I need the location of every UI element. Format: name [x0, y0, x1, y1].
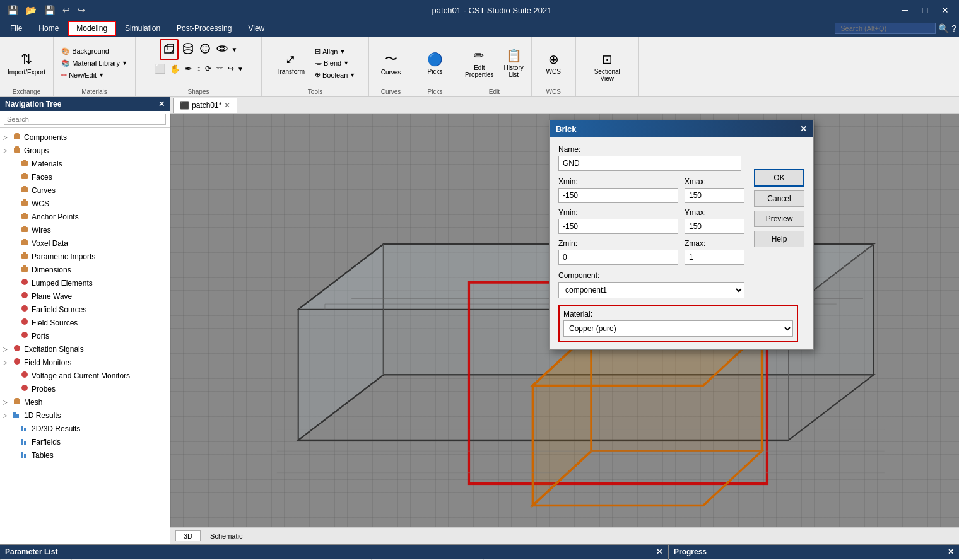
tree-item-label: Curves — [32, 186, 56, 195]
tree-item-parametric-imports[interactable]: Parametric Imports — [0, 250, 170, 263]
ok-button[interactable]: OK — [754, 169, 804, 187]
tab-patch01[interactable]: ⬛ patch01* ✕ — [173, 98, 237, 113]
ymin-input[interactable] — [558, 219, 678, 234]
cylinder-shape-button[interactable] — [180, 41, 196, 58]
svg-rect-45 — [24, 428, 26, 431]
menu-postprocessing[interactable]: Post-Processing — [169, 22, 239, 35]
tree-item-ports[interactable]: Ports — [0, 329, 170, 342]
shape-tool-4[interactable]: ↕ — [196, 63, 202, 74]
menu-view[interactable]: View — [240, 22, 272, 35]
brick-dialog-close-button[interactable]: ✕ — [800, 124, 807, 134]
shape-tool-5[interactable]: ⟳ — [204, 63, 213, 74]
tree-item-dimensions[interactable]: Dimensions — [0, 263, 170, 276]
name-input[interactable] — [558, 156, 741, 171]
tree-item-field-sources[interactable]: Field Sources — [0, 316, 170, 329]
maximize-button[interactable]: □ — [916, 3, 934, 17]
tree-item-lumped-elements[interactable]: Lumped Elements — [0, 276, 170, 289]
menu-modeling[interactable]: Modeling — [68, 21, 116, 36]
tree-item-field-monitors[interactable]: ▷Field Monitors — [0, 356, 170, 369]
undo-icon[interactable]: ↩ — [60, 4, 73, 16]
tree-item-1d-results[interactable]: ▷1D Results — [0, 409, 170, 422]
tree-item-curves[interactable]: Curves — [0, 184, 170, 197]
view-tab-3d[interactable]: 3D — [175, 530, 201, 541]
history-list-button[interactable]: 📋 HistoryList — [500, 44, 527, 82]
material-library-button[interactable]: 📚 Material Library ▼ — [59, 58, 130, 69]
shape-tool-6[interactable]: 〰 — [215, 63, 225, 74]
tree-item-groups[interactable]: ▷Groups — [0, 144, 170, 157]
tree-item-components[interactable]: ▷Components — [0, 131, 170, 144]
search-input[interactable] — [835, 23, 936, 34]
tree-item-excitation-signals[interactable]: ▷Excitation Signals — [0, 342, 170, 356]
help-button[interactable]: Help — [754, 231, 804, 247]
tree-item-wires[interactable]: Wires — [0, 223, 170, 236]
tree-item-2d/3d-results[interactable]: 2D/3D Results — [0, 422, 170, 435]
param-list-close[interactable]: ✕ — [656, 547, 662, 556]
shape-tool-1[interactable]: ⬜ — [153, 62, 167, 75]
minimize-button[interactable]: ─ — [896, 3, 914, 17]
shapes-bottom-more[interactable]: ▼ — [237, 66, 244, 73]
new-edit-label: New/Edit — [69, 71, 97, 79]
tree-item-mesh[interactable]: ▷Mesh — [0, 395, 170, 409]
tree-item-voxel-data[interactable]: Voxel Data — [0, 236, 170, 250]
material-select[interactable]: Copper (pure) — [563, 320, 793, 337]
menu-simulation[interactable]: Simulation — [117, 22, 168, 35]
background-button[interactable]: 🎨 Background — [59, 46, 130, 57]
torus-shape-button[interactable] — [215, 41, 230, 58]
view-tab-schematic[interactable]: Schematic — [202, 530, 250, 542]
menu-home[interactable]: Home — [31, 22, 66, 35]
align-button[interactable]: ⊟ Align ▼ — [312, 46, 358, 57]
blend-button[interactable]: ⌯ Blend ▼ — [312, 58, 358, 68]
cancel-button[interactable]: Cancel — [754, 190, 804, 207]
ymax-input[interactable] — [685, 219, 744, 234]
save-icon[interactable]: 💾 — [5, 4, 21, 16]
xmax-input[interactable] — [685, 188, 744, 203]
component-select[interactable]: component1 — [558, 282, 744, 298]
redo-icon[interactable]: ↪ — [75, 4, 88, 16]
transform-button[interactable]: ⤢ Transform — [273, 46, 309, 81]
tree-item-wcs[interactable]: WCS — [0, 197, 170, 210]
boolean-button[interactable]: ⊕ Boolean ▼ — [312, 69, 358, 80]
wcs-button[interactable]: ⊕ WCS — [541, 44, 566, 82]
new-edit-button[interactable]: ✏ New/Edit ▼ — [59, 70, 130, 81]
help-icon[interactable]: ? — [951, 23, 956, 33]
tree-item-tables[interactable]: Tables — [0, 448, 170, 462]
tree-item-faces[interactable]: Faces — [0, 170, 170, 184]
picks-button[interactable]: 🔵 Picks — [423, 44, 448, 82]
tree-item-farfield-sources[interactable]: Farfield Sources — [0, 303, 170, 316]
sphere-shape-button[interactable] — [197, 41, 213, 58]
tree-item-materials[interactable]: Materials — [0, 157, 170, 170]
shape-tool-2[interactable]: ✋ — [168, 62, 182, 75]
tab-close-button[interactable]: ✕ — [224, 101, 230, 110]
curves-group-label: Curves — [381, 88, 401, 95]
close-button[interactable]: ✕ — [936, 3, 954, 17]
svg-point-35 — [21, 332, 28, 338]
progress-close[interactable]: ✕ — [948, 547, 954, 556]
tree-item-plane-wave[interactable]: Plane Wave — [0, 289, 170, 303]
search-icon[interactable]: 🔍 — [938, 23, 949, 33]
nav-tree-close[interactable]: ✕ — [158, 100, 165, 108]
nav-tree-search-input[interactable] — [4, 114, 166, 125]
zmax-input[interactable] — [685, 250, 744, 265]
sectional-view-button[interactable]: ⊡ SectionalView — [591, 48, 624, 86]
brick-shape-button[interactable] — [160, 39, 179, 60]
curves-button[interactable]: 〜 Curves — [377, 44, 405, 82]
zmin-input[interactable] — [558, 250, 678, 265]
tree-item-label: Voltage and Current Monitors — [32, 371, 130, 380]
tree-item-anchor-points[interactable]: Anchor Points — [0, 210, 170, 223]
edit-properties-button[interactable]: ✏ EditProperties — [461, 44, 498, 82]
tree-item-voltage-and-current-monitors[interactable]: Voltage and Current Monitors — [0, 369, 170, 382]
shapes-more-icon[interactable]: ▼ — [232, 46, 238, 53]
shape-tool-3[interactable]: ✒ — [184, 62, 194, 75]
menu-file[interactable]: File — [3, 22, 30, 35]
preview-button[interactable]: Preview — [754, 211, 804, 227]
shape-tool-7[interactable]: ↪ — [227, 63, 235, 74]
tree-item-label: Wires — [32, 226, 51, 235]
tree-item-label: 1D Results — [24, 411, 61, 420]
import-export-button[interactable]: ⇅ Import/Export — [4, 44, 49, 82]
tab-icon: ⬛ — [180, 101, 189, 110]
xmin-input[interactable] — [558, 188, 678, 203]
tree-item-farfields[interactable]: Farfields — [0, 435, 170, 448]
save2-icon[interactable]: 💾 — [42, 4, 57, 16]
tree-item-probes[interactable]: Probes — [0, 382, 170, 395]
open-icon[interactable]: 📂 — [23, 4, 39, 16]
